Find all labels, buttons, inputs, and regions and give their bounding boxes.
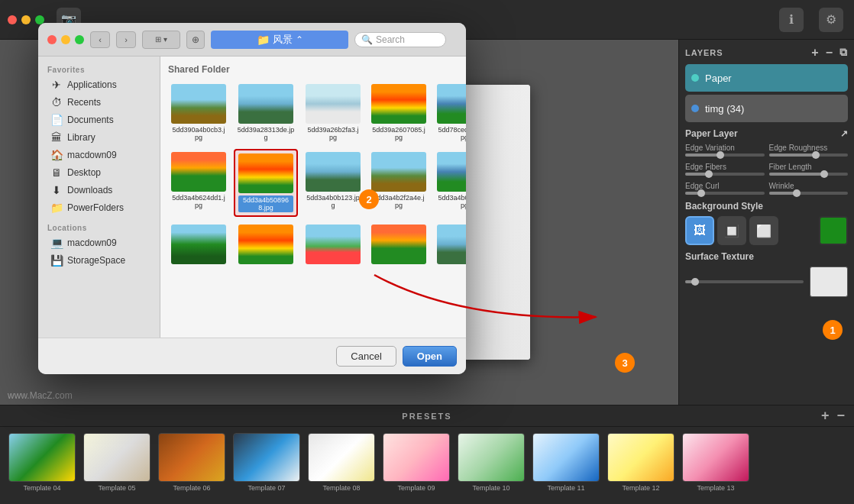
bg-style-color-btn[interactable]: ⬜: [749, 216, 778, 245]
file-item-1[interactable]: 5dd390a4b0cb3.jpg: [168, 81, 229, 144]
dialog-titlebar: ‹ › ⊞ ▾ ⊕ 📁 风景 ⌃ 🔍 Search: [38, 23, 466, 57]
edge-variation-fill: [685, 153, 721, 157]
dialog-new-folder-btn[interactable]: ⊕: [186, 31, 205, 49]
file-item-7-selected[interactable]: 5dd3a4b508968.jpg: [234, 149, 298, 217]
bg-color-picker[interactable]: [819, 216, 848, 245]
sidebar-item-library[interactable]: 🏛 Library: [41, 129, 157, 146]
sidebar-desktop-label: Desktop: [67, 167, 101, 178]
sidebar-item-desktop[interactable]: 🖥 Desktop: [41, 164, 157, 181]
file-item-4[interactable]: 5dd39a2607085.jpg: [368, 81, 429, 144]
wrinkle-thumb[interactable]: [793, 189, 801, 197]
dialog-footer: Cancel Open: [38, 338, 466, 374]
preset-item-04[interactable]: Template 04: [8, 433, 76, 498]
add-preset-icon[interactable]: +: [821, 408, 831, 424]
preset-label-08: Template 08: [322, 484, 360, 492]
file-item-3[interactable]: 5dd39a26b2fa3.jpg: [302, 81, 364, 144]
add-layer-icon[interactable]: +: [811, 46, 819, 60]
edge-variation-thumb[interactable]: [717, 151, 724, 159]
remove-preset-icon[interactable]: −: [836, 408, 846, 424]
dialog-search[interactable]: 🔍 Search: [354, 32, 446, 47]
presets-title: PRESETS: [402, 412, 451, 421]
dialog-minimize[interactable]: [61, 35, 70, 44]
copy-layer-icon[interactable]: ⧉: [839, 46, 848, 60]
desktop-icon: 🖥: [50, 166, 63, 179]
traffic-lights: [8, 15, 44, 24]
presets-controls: + −: [821, 408, 846, 424]
edge-fibers-track[interactable]: [685, 173, 765, 176]
fiber-length-group: Fiber Length: [769, 163, 849, 176]
file-item-13[interactable]: [302, 221, 364, 270]
edge-curl-thumb[interactable]: [697, 189, 705, 197]
step-1-badge: 1: [823, 320, 843, 340]
bg-style-image-btn[interactable]: 🖼: [685, 216, 714, 245]
preset-item-08[interactable]: Template 08: [307, 433, 376, 498]
file-item-9[interactable]: 5dd3a4b2f2a4e.jpg: [368, 149, 429, 217]
surface-texture-preview: [810, 267, 848, 297]
edge-roughness-label: Edge Roughness: [769, 144, 849, 152]
sidebar-item-macdown09[interactable]: 🏠 macdown09: [41, 147, 157, 163]
sidebar-item-applications[interactable]: ✈ Applications: [41, 76, 157, 93]
dialog-close[interactable]: [47, 35, 57, 44]
presets-scrollable[interactable]: Template 04 Template 05 Template 06 Temp…: [0, 427, 854, 503]
edge-variation-track[interactable]: [685, 153, 765, 157]
bg-style-pattern-btn[interactable]: 🔲: [717, 216, 746, 245]
file-name-9: 5dd3a4b2f2a4e.jpg: [371, 194, 426, 209]
file-item-8[interactable]: 5dd3a4b0b123.jpg: [302, 149, 364, 217]
layer-paper[interactable]: Paper: [685, 64, 848, 92]
fiber-length-thumb[interactable]: [820, 170, 828, 178]
preset-item-10[interactable]: Template 10: [457, 433, 526, 498]
edge-roughness-group: Edge Roughness: [769, 144, 849, 157]
file-item-10[interactable]: 5dd3a4b0dc0d7.jpg: [434, 149, 466, 217]
edge-roughness-thumb[interactable]: [812, 151, 820, 159]
paper-layer-icon[interactable]: ↗: [840, 128, 848, 139]
right-panel: LAYERS + − ⧉ Paper timg (34) Paper Layer…: [678, 40, 854, 405]
remove-layer-icon[interactable]: −: [826, 46, 833, 60]
sidebar-item-downloads[interactable]: ⬇ Downloads: [41, 182, 157, 199]
fiber-length-track[interactable]: [769, 173, 849, 176]
toolbar-right: ℹ ⚙: [776, 8, 846, 32]
preset-item-11[interactable]: Template 11: [532, 433, 600, 498]
cancel-button[interactable]: Cancel: [336, 346, 396, 367]
preset-item-05[interactable]: Template 05: [82, 433, 151, 498]
preset-item-09[interactable]: Template 09: [382, 433, 451, 498]
macdown09-loc-icon: 💻: [50, 237, 63, 249]
layers-header: LAYERS + − ⧉: [685, 46, 848, 60]
file-item-15[interactable]: [434, 221, 466, 270]
info-icon[interactable]: ℹ: [779, 8, 804, 32]
file-item-2[interactable]: 5dd39a28313de.jpg: [234, 81, 298, 144]
file-item-5[interactable]: 5dd78ced8ee24.jpg: [434, 81, 466, 144]
minimize-button[interactable]: [21, 15, 31, 24]
layers-title: LAYERS: [685, 48, 723, 57]
file-item-12[interactable]: [234, 221, 298, 270]
file-thumb-2: [238, 84, 293, 124]
wrinkle-track[interactable]: [769, 192, 849, 195]
dialog-maximize[interactable]: [75, 35, 84, 44]
dialog-view-btn[interactable]: ⊞ ▾: [142, 31, 180, 49]
preset-item-12[interactable]: Template 12: [607, 433, 675, 498]
preset-item-06[interactable]: Template 06: [157, 433, 226, 498]
edge-fibers-thumb[interactable]: [705, 170, 713, 178]
file-item-14[interactable]: [368, 221, 429, 270]
dialog-forward-btn[interactable]: ›: [116, 31, 136, 48]
sidebar-item-powerfolders[interactable]: 📁 PowerFolders: [41, 199, 157, 216]
sidebar-item-documents[interactable]: 📄 Documents: [41, 111, 157, 128]
presets-header: PRESETS + −: [0, 405, 854, 427]
dialog-back-btn[interactable]: ‹: [90, 31, 110, 48]
edge-curl-track[interactable]: [685, 192, 765, 195]
sidebar-item-storagespace[interactable]: 💾 StorageSpace: [41, 252, 157, 269]
open-button[interactable]: Open: [403, 346, 457, 367]
dialog-body: Favorites ✈ Applications ⏱ Recents 📄 Doc…: [38, 57, 466, 338]
settings-icon[interactable]: ⚙: [819, 8, 843, 32]
surface-texture-thumb[interactable]: [691, 278, 699, 286]
file-item-11[interactable]: [168, 221, 229, 270]
edge-roughness-track[interactable]: [769, 153, 849, 157]
layer-timg[interactable]: timg (34): [685, 95, 848, 122]
close-button[interactable]: [8, 15, 17, 24]
sidebar-item-recents[interactable]: ⏱ Recents: [41, 94, 157, 111]
surface-texture-track[interactable]: [685, 280, 804, 283]
preset-item-13[interactable]: Template 13: [681, 433, 750, 498]
file-item-6[interactable]: 5dd3a4b624dd1.jpg: [168, 149, 229, 217]
layer-dot-paper: [691, 74, 699, 82]
sidebar-item-macdown09-loc[interactable]: 💻 macdown09: [41, 234, 157, 251]
preset-item-07[interactable]: Template 07: [232, 433, 301, 498]
